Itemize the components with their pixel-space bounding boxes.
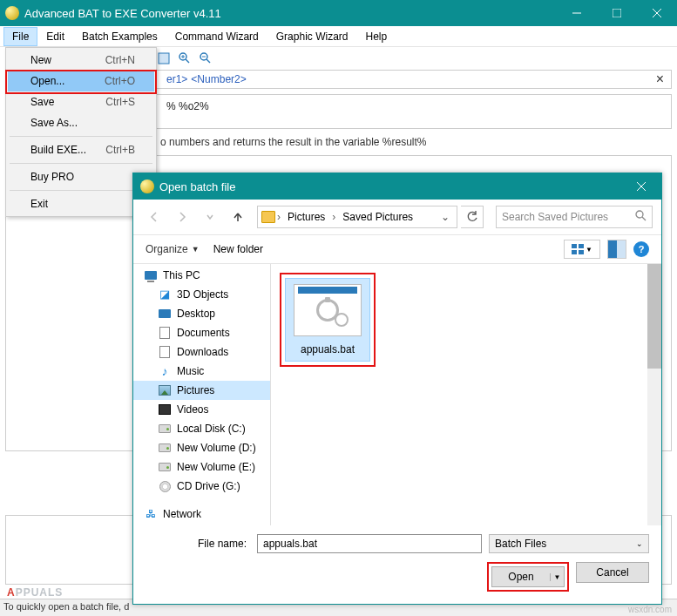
menu-open[interactable]: Open...Ctrl+O bbox=[8, 71, 154, 91]
file-area[interactable]: appuals.bat bbox=[271, 264, 661, 525]
tree-desktop[interactable]: Desktop bbox=[142, 304, 270, 323]
svg-rect-1 bbox=[613, 9, 621, 17]
dialog-nav: › Pictures › Saved Pictures ⌄ Search Sav… bbox=[133, 200, 661, 234]
menu-save[interactable]: SaveCtrl+S bbox=[8, 91, 154, 112]
minimize-button[interactable] bbox=[557, 0, 597, 26]
dialog-close-button[interactable] bbox=[621, 173, 661, 200]
menu-batch-examples[interactable]: Batch Examples bbox=[73, 27, 166, 46]
organize-label: Organize bbox=[146, 243, 188, 255]
svg-line-6 bbox=[186, 59, 189, 63]
designer-close-icon[interactable]: × bbox=[649, 71, 671, 87]
folder-icon bbox=[261, 211, 275, 223]
breadcrumb-pictures[interactable]: Pictures bbox=[282, 211, 330, 223]
close-button[interactable] bbox=[637, 0, 677, 26]
tree-this-pc[interactable]: This PC bbox=[142, 266, 270, 285]
menu-sep-2 bbox=[10, 163, 152, 164]
folder-tree[interactable]: This PC ◪3D Objects Desktop Documents Do… bbox=[133, 264, 271, 525]
pc-icon bbox=[145, 271, 157, 280]
tree-label: Network bbox=[163, 508, 201, 520]
cancel-button[interactable]: Cancel bbox=[576, 562, 649, 583]
menu-file[interactable]: File bbox=[3, 27, 37, 46]
designer-ph1: er1> bbox=[166, 73, 187, 85]
svg-rect-17 bbox=[579, 244, 584, 248]
video-icon bbox=[159, 404, 171, 415]
maximize-button[interactable] bbox=[597, 0, 637, 26]
tree-label: Desktop bbox=[177, 308, 215, 320]
refresh-button[interactable] bbox=[461, 206, 484, 228]
nav-recent-button[interactable] bbox=[198, 205, 222, 229]
watermark-rest: PPUALS bbox=[16, 586, 64, 599]
svg-line-10 bbox=[206, 59, 210, 63]
menu-save-shortcut: Ctrl+S bbox=[105, 96, 135, 108]
menu-buypro-label: Buy PRO bbox=[30, 171, 74, 183]
menu-saveas[interactable]: Save As... bbox=[8, 112, 154, 133]
preview-pane-button[interactable] bbox=[607, 240, 626, 259]
zoom-in-icon[interactable] bbox=[178, 51, 192, 65]
breadcrumb-saved-pictures[interactable]: Saved Pictures bbox=[337, 211, 418, 223]
dialog-toolbar: Organize▼ New folder ▼ ? bbox=[133, 234, 661, 264]
file-type-filter[interactable]: Batch Files⌄ bbox=[489, 534, 649, 553]
svg-point-14 bbox=[636, 211, 643, 218]
tree-label: Videos bbox=[177, 403, 208, 416]
chevron-right-icon[interactable]: › bbox=[330, 211, 337, 223]
filename-input[interactable] bbox=[257, 534, 482, 553]
nav-up-button[interactable] bbox=[226, 205, 250, 229]
new-folder-button[interactable]: New folder bbox=[213, 243, 263, 255]
download-icon bbox=[159, 346, 170, 358]
nav-back-button[interactable] bbox=[142, 205, 166, 229]
file-item-appuals[interactable]: appuals.bat bbox=[285, 278, 370, 362]
tree-documents[interactable]: Documents bbox=[142, 323, 270, 342]
tree-videos[interactable]: Videos bbox=[142, 400, 270, 419]
tree-3d-objects[interactable]: ◪3D Objects bbox=[142, 285, 270, 304]
dialog-body: This PC ◪3D Objects Desktop Documents Do… bbox=[133, 264, 661, 525]
svg-line-15 bbox=[642, 217, 646, 220]
open-button[interactable]: Open ▼ bbox=[491, 566, 565, 587]
chevron-right-icon[interactable]: › bbox=[275, 211, 282, 223]
menu-graphic-wizard[interactable]: Graphic Wizard bbox=[267, 27, 357, 46]
tree-cd-drive-g[interactable]: CD Drive (G:) bbox=[142, 477, 270, 496]
gear-icon-small bbox=[335, 313, 349, 327]
zoom-out-icon[interactable] bbox=[199, 51, 213, 65]
vertical-scrollbar[interactable] bbox=[647, 264, 661, 525]
menu-build[interactable]: Build EXE...Ctrl+B bbox=[8, 139, 154, 160]
menubar: File Edit Batch Examples Command Wizard … bbox=[0, 26, 677, 47]
tree-music[interactable]: ♪Music bbox=[142, 362, 270, 381]
scrollbar-thumb[interactable] bbox=[647, 264, 661, 369]
credit: wsxdn.com bbox=[628, 605, 672, 614]
drive-icon bbox=[159, 463, 171, 471]
tree-label: This PC bbox=[163, 269, 200, 281]
watermark: APPUALS bbox=[7, 574, 63, 602]
help-button[interactable]: ? bbox=[633, 241, 649, 257]
tree-network[interactable]: 🖧Network bbox=[142, 504, 270, 524]
tree-local-disk-c[interactable]: Local Disk (C:) bbox=[142, 419, 270, 438]
tree-label: Music bbox=[177, 365, 204, 377]
nav-forward-button[interactable] bbox=[170, 205, 194, 229]
tree-new-volume-d[interactable]: New Volume (D:) bbox=[142, 438, 270, 457]
tree-pictures[interactable]: Pictures bbox=[133, 381, 270, 400]
breadcrumb-bar[interactable]: › Pictures › Saved Pictures ⌄ bbox=[257, 206, 457, 228]
toolbar-icon-1[interactable] bbox=[157, 51, 171, 65]
cd-icon bbox=[159, 481, 171, 492]
menu-new-label: New bbox=[30, 54, 51, 66]
tree-downloads[interactable]: Downloads bbox=[142, 342, 270, 362]
chevron-down-icon: ▼ bbox=[586, 246, 592, 254]
menu-build-label: Build EXE... bbox=[30, 144, 86, 156]
pictures-icon bbox=[159, 385, 171, 396]
tree-new-volume-e[interactable]: New Volume (E:) bbox=[142, 457, 270, 477]
menu-command-wizard[interactable]: Command Wizard bbox=[166, 27, 267, 46]
view-mode-button[interactable]: ▼ bbox=[564, 240, 600, 259]
open-button-dropdown[interactable]: ▼ bbox=[550, 573, 564, 581]
menu-new[interactable]: NewCtrl+N bbox=[8, 50, 154, 71]
menu-exit-label: Exit bbox=[30, 198, 48, 210]
menu-help[interactable]: Help bbox=[356, 27, 396, 46]
menu-edit[interactable]: Edit bbox=[37, 27, 73, 46]
dialog-footer: File name: Batch Files⌄ Open ▼ Cancel bbox=[133, 525, 661, 604]
organize-button[interactable]: Organize▼ bbox=[146, 243, 200, 255]
tree-label: Pictures bbox=[177, 384, 214, 396]
tree-label: Local Disk (C:) bbox=[177, 423, 246, 435]
dialog-titlebar: Open batch file bbox=[133, 173, 661, 200]
breadcrumb-dropdown-icon[interactable]: ⌄ bbox=[437, 211, 453, 223]
highlight-file: appuals.bat bbox=[280, 273, 376, 367]
chevron-down-icon: ▼ bbox=[192, 245, 200, 254]
search-input[interactable]: Search Saved Pictures bbox=[496, 206, 653, 228]
